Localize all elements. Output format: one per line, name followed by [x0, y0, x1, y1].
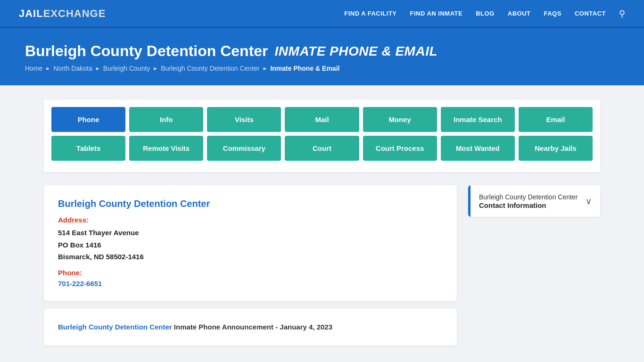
breadcrumb-current: Inmate Phone & Email [270, 65, 339, 72]
nav-contact[interactable]: CONTACT [575, 10, 606, 17]
facility-card-title: Burleigh County Detention Center [58, 198, 443, 209]
site-header: JAILEXCHANGE FIND A FACILITY FIND AN INM… [0, 0, 644, 28]
tab-court-process[interactable]: Court Process [363, 136, 437, 161]
announcement-facility-link[interactable]: Burleigh County Detention Center [58, 323, 172, 331]
tab-court[interactable]: Court [285, 136, 359, 161]
page-title: Burleigh County Detention Center [25, 42, 268, 60]
tab-info[interactable]: Info [129, 107, 203, 132]
announcement-content: Burleigh County Detention Center Inmate … [58, 322, 443, 333]
tab-visits[interactable]: Visits [207, 107, 281, 132]
phone-link[interactable]: 701-222-6651 [58, 280, 102, 288]
page-subtitle: INMATE PHONE & EMAIL [275, 44, 438, 59]
tab-nearby-jails[interactable]: Nearby Jails [519, 136, 593, 161]
breadcrumb-detention-center[interactable]: Burleigh County Detention Center [161, 65, 259, 72]
tab-email[interactable]: Email [519, 107, 593, 132]
page-heading: Burleigh County Detention Center INMATE … [25, 42, 619, 60]
site-logo[interactable]: JAILEXCHANGE [19, 8, 106, 20]
tabs-row-1: Phone Info Visits Mail Money Inmate Sear… [51, 107, 593, 132]
address-line1: 514 East Thayer Avenue [58, 229, 139, 237]
address-line3: Bismarck, ND 58502-1416 [58, 253, 144, 261]
breadcrumb-chevron-2: ► [95, 66, 100, 71]
right-column: Burleigh County Detention Center Contact… [468, 185, 600, 217]
logo-exchange: EXCHANGE [43, 8, 106, 19]
phone-label: Phone: [58, 269, 443, 277]
hero-banner: Burleigh County Detention Center INMATE … [0, 28, 644, 85]
sidebar-widget: Burleigh County Detention Center Contact… [468, 185, 600, 217]
tab-tablets[interactable]: Tablets [51, 136, 125, 161]
address-line2: PO Box 1416 [58, 241, 101, 249]
tab-phone[interactable]: Phone [51, 107, 125, 132]
sidebar-widget-info: Burleigh County Detention Center Contact… [479, 193, 578, 209]
tab-most-wanted[interactable]: Most Wanted [441, 136, 515, 161]
sidebar-widget-name: Burleigh County Detention Center Contact… [479, 193, 578, 209]
logo-jail: JAIL [19, 8, 43, 19]
tab-mail[interactable]: Mail [285, 107, 359, 132]
nav-about[interactable]: ABOUT [508, 10, 531, 17]
content-wrapper: Phone Info Visits Mail Money Inmate Sear… [25, 85, 619, 360]
nav-find-facility[interactable]: FIND A FACILITY [344, 10, 396, 17]
sidebar-widget-section: Contact Information [479, 201, 578, 209]
breadcrumb-burleigh-county[interactable]: Burleigh County [103, 65, 150, 72]
breadcrumb-chevron-3: ► [153, 66, 158, 71]
breadcrumb-chevron-1: ► [45, 66, 50, 71]
breadcrumb-home[interactable]: Home [25, 65, 42, 72]
nav-find-inmate[interactable]: FIND AN INMATE [410, 10, 463, 17]
tabs-container: Phone Info Visits Mail Money Inmate Sear… [44, 99, 600, 172]
announcement-text: Inmate Phone Announcement - January 4, 2… [174, 323, 332, 331]
main-columns: Burleigh County Detention Center Address… [44, 185, 600, 346]
address-label: Address: [58, 216, 443, 224]
tabs-row-2: Tablets Remote Visits Commissary Court C… [51, 136, 593, 161]
tab-commissary[interactable]: Commissary [207, 136, 281, 161]
breadcrumb-north-dakota[interactable]: North Dakota [53, 65, 92, 72]
sidebar-widget-header[interactable]: Burleigh County Detention Center Contact… [468, 185, 600, 217]
nav-faqs[interactable]: FAQs [544, 10, 561, 17]
main-nav: FIND A FACILITY FIND AN INMATE BLOG ABOU… [344, 8, 625, 19]
breadcrumb: Home ► North Dakota ► Burleigh County ► … [25, 65, 619, 72]
left-column: Burleigh County Detention Center Address… [44, 185, 457, 346]
announcement-card: Burleigh County Detention Center Inmate … [44, 309, 457, 346]
tab-remote-visits[interactable]: Remote Visits [129, 136, 203, 161]
tab-money[interactable]: Money [363, 107, 437, 132]
tab-inmate-search[interactable]: Inmate Search [441, 107, 515, 132]
chevron-down-icon: ∨ [586, 196, 592, 206]
search-icon-button[interactable]: ⚲ [619, 8, 625, 19]
address-block: 514 East Thayer Avenue PO Box 1416 Bisma… [58, 227, 443, 263]
facility-info-card: Burleigh County Detention Center Address… [44, 185, 457, 301]
breadcrumb-chevron-4: ► [262, 66, 267, 71]
nav-blog[interactable]: BLOG [476, 10, 495, 17]
